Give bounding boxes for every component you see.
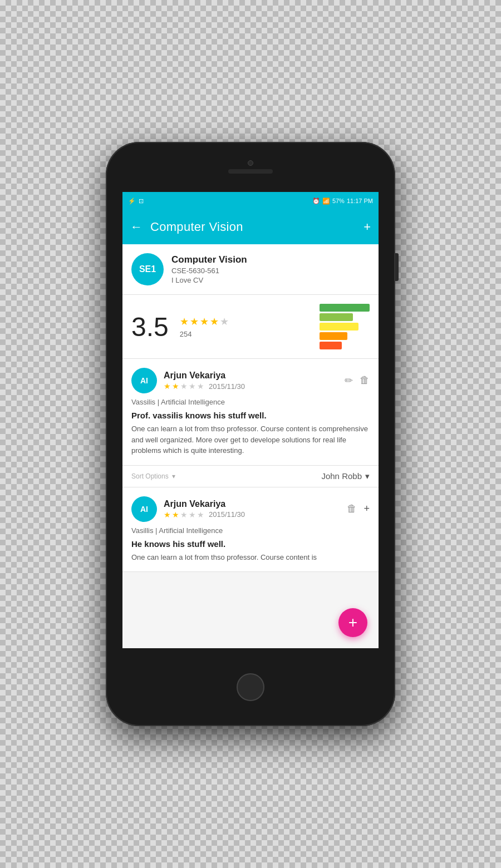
rating-count: 254	[180, 330, 229, 338]
app-bar-title: Computer Vision	[150, 220, 364, 234]
bottom-bezel	[106, 648, 395, 726]
sort-dropdown-arrow: ▾	[172, 472, 175, 480]
side-button	[395, 253, 399, 281]
rating-score: 3.5	[131, 312, 169, 342]
add-button[interactable]: +	[364, 220, 371, 234]
status-left-icons: ⚡ ⊡	[128, 198, 144, 205]
review-stars-2: ★ ★ ★ ★ ★	[164, 510, 204, 519]
star-rating: ★ ★ ★ ★ ★	[180, 315, 229, 328]
review-header-info-2: Arjun Vekariya ★ ★ ★ ★ ★ 2015/11/30	[164, 499, 340, 519]
status-right-area: ⏰ 📶 57% 11:17 PM	[312, 198, 373, 205]
review-header-2: AI Arjun Vekariya ★ ★ ★ ★ ★	[131, 496, 370, 522]
bar-1star	[320, 342, 342, 349]
review-card-1: AI Arjun Vekariya ★ ★ ★ ★ ★	[122, 359, 379, 466]
top-bezel	[106, 142, 395, 192]
rating-bar-chart	[320, 304, 370, 349]
user-filter-label: John Robb	[321, 471, 362, 481]
edit-icon-1[interactable]: ✏	[345, 374, 353, 387]
review-professor-1: Vassilis | Artificial Intelligence	[131, 398, 370, 406]
course-tagline: I Love CV	[171, 276, 247, 284]
front-camera	[248, 160, 253, 166]
rvw1-star-5: ★	[197, 382, 204, 391]
alarm-icon: ⏰	[312, 198, 320, 205]
rvw2-star-4: ★	[189, 510, 196, 519]
bar-row-4	[320, 313, 370, 321]
rvw1-star-2: ★	[172, 382, 179, 391]
review-header-info-1: Arjun Vekariya ★ ★ ★ ★ ★ 2015/11/30	[164, 371, 338, 391]
speaker-grill	[228, 169, 273, 174]
bar-row-2	[320, 332, 370, 340]
delete-icon-2[interactable]: 🗑	[347, 503, 357, 515]
time-display: 11:17 PM	[347, 198, 373, 204]
fab-button[interactable]: +	[338, 608, 367, 637]
course-name: Computer Vision	[171, 254, 247, 265]
review-stars-1: ★ ★ ★ ★ ★	[164, 382, 204, 391]
review-body-2: One can learn a lot from thso professor.…	[131, 552, 370, 563]
review-title-2: He knows his stuff well.	[131, 539, 370, 549]
add-icon-2[interactable]: +	[364, 503, 370, 515]
user-filter-dropdown[interactable]: John Robb ▾	[321, 471, 370, 481]
phone-screen: ⚡ ⊡ ⏰ 📶 57% 11:17 PM ← Computer Vision +	[122, 192, 379, 648]
star-1: ★	[180, 315, 189, 328]
review-header-1: AI Arjun Vekariya ★ ★ ★ ★ ★	[131, 368, 370, 393]
bar-row-1	[320, 342, 370, 349]
star-5: ★	[220, 315, 229, 328]
bar-5star	[320, 304, 370, 312]
bar-2star	[320, 332, 347, 340]
review-card-2: AI Arjun Vekariya ★ ★ ★ ★ ★	[122, 487, 379, 573]
review-body-1: One can learn a lot from thso professor.…	[131, 423, 370, 456]
rvw2-star-2: ★	[172, 510, 179, 519]
content-wrapper: SE1 Computer Vision CSE-5630-561 I Love …	[122, 244, 379, 648]
reviewer-name-2: Arjun Vekariya	[164, 499, 340, 509]
rvw2-star-3: ★	[180, 510, 188, 519]
status-bar: ⚡ ⊡ ⏰ 📶 57% 11:17 PM	[122, 192, 379, 210]
rvw1-star-4: ★	[189, 382, 196, 391]
rvw2-star-5: ★	[197, 510, 204, 519]
course-info: Computer Vision CSE-5630-561 I Love CV	[171, 254, 247, 284]
bar-3star	[320, 323, 358, 331]
review-stars-date-1: ★ ★ ★ ★ ★ 2015/11/30	[164, 382, 338, 391]
phone-device: ⚡ ⊡ ⏰ 📶 57% 11:17 PM ← Computer Vision +	[106, 142, 395, 726]
delete-icon-1[interactable]: 🗑	[360, 374, 370, 387]
home-button[interactable]	[237, 673, 264, 701]
sort-options-label: Sort Options	[131, 472, 169, 480]
review-professor-2: Vasillis | Artificial Intelligence	[131, 526, 370, 535]
bar-row-5	[320, 304, 370, 312]
course-avatar: SE1	[131, 253, 164, 285]
star-2: ★	[190, 315, 199, 328]
review-date-2: 2015/11/30	[209, 510, 245, 519]
back-button[interactable]: ←	[130, 220, 143, 234]
reviewer-avatar-1: AI	[131, 368, 157, 393]
review-date-1: 2015/11/30	[209, 382, 245, 391]
review-title-1: Prof. vassilis knows his stuff well.	[131, 411, 370, 420]
sort-bar: Sort Options ▾ John Robb ▾	[122, 466, 379, 487]
rating-middle: ★ ★ ★ ★ ★ 254	[180, 315, 229, 338]
bar-4star	[320, 313, 353, 321]
wifi-icon: 📶	[322, 198, 330, 205]
review-actions-2[interactable]: 🗑 +	[347, 503, 370, 515]
course-code: CSE-5630-561	[171, 267, 247, 275]
rvw1-star-1: ★	[164, 382, 171, 391]
sort-options-dropdown[interactable]: Sort Options ▾	[131, 472, 175, 480]
app-bar: ← Computer Vision +	[122, 210, 379, 244]
usb-icon: ⚡	[128, 198, 136, 205]
bar-row-3	[320, 323, 370, 331]
main-content: SE1 Computer Vision CSE-5630-561 I Love …	[122, 244, 379, 572]
rvw2-star-1: ★	[164, 510, 171, 519]
rvw1-star-3: ★	[180, 382, 188, 391]
star-3: ★	[200, 315, 209, 328]
rating-section: 3.5 ★ ★ ★ ★ ★ 254	[122, 295, 379, 359]
closed-caption-icon: ⊡	[139, 198, 144, 205]
review-actions-1[interactable]: ✏ 🗑	[345, 374, 370, 387]
star-4: ★	[210, 315, 219, 328]
user-dropdown-arrow: ▾	[365, 471, 370, 481]
battery-percent: 57%	[332, 198, 345, 204]
reviewer-avatar-2: AI	[131, 496, 157, 522]
reviewer-name-1: Arjun Vekariya	[164, 371, 338, 381]
review-stars-date-2: ★ ★ ★ ★ ★ 2015/11/30	[164, 510, 340, 519]
course-card: SE1 Computer Vision CSE-5630-561 I Love …	[122, 244, 379, 295]
